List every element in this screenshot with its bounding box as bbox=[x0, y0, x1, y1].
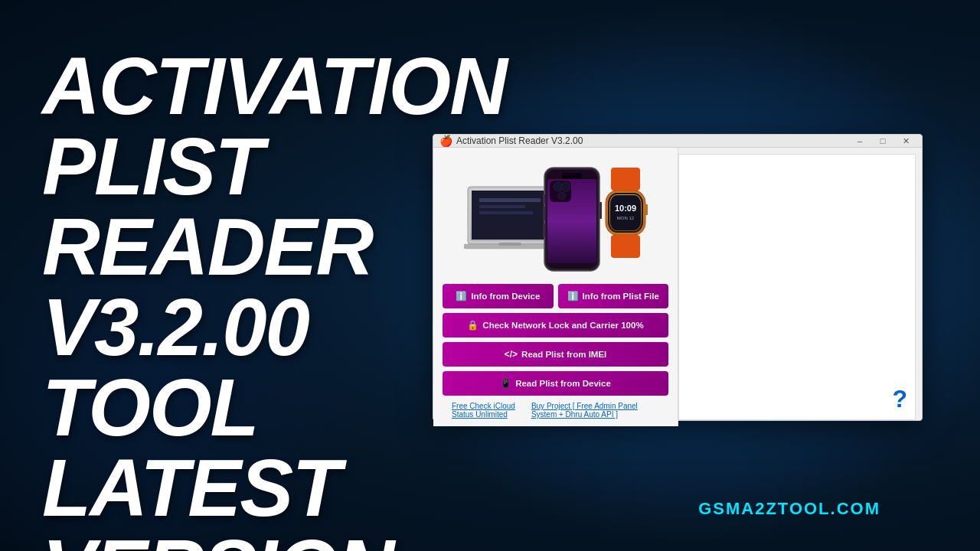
svg-rect-24 bbox=[610, 195, 641, 230]
window-body: 10:09 MON 12 ℹ️ Info from Device bbox=[433, 148, 922, 426]
title-text: ACTIVATION PLIST READER V3.2.00 TOOL LAT… bbox=[42, 46, 440, 551]
svg-rect-6 bbox=[479, 198, 541, 202]
svg-rect-29 bbox=[611, 168, 640, 191]
svg-rect-7 bbox=[479, 205, 525, 208]
code-icon: </> bbox=[505, 349, 518, 360]
lock-icon: 🔒 bbox=[467, 320, 479, 331]
bottom-links: Free Check iCloud Status Unlimited Buy P… bbox=[443, 397, 668, 419]
read-plist-device-button[interactable]: 📱 Read Plist from Device bbox=[443, 371, 668, 396]
svg-rect-19 bbox=[543, 223, 545, 237]
icloud-status-link[interactable]: Free Check iCloud Status Unlimited bbox=[452, 402, 531, 419]
svg-text:MON 12: MON 12 bbox=[616, 216, 634, 220]
website-label: GSMA2ZTOOL.COM bbox=[698, 499, 880, 519]
buy-project-link[interactable]: Buy Project [ Free Admin Panel System + … bbox=[531, 402, 659, 419]
app-window: 🍎 Activation Plist Reader V3.2.00 – □ ✕ bbox=[433, 134, 923, 421]
window-controls: – □ ✕ bbox=[850, 135, 916, 147]
info-icon-2: ℹ️ bbox=[567, 291, 579, 302]
close-button[interactable]: ✕ bbox=[896, 133, 916, 148]
svg-rect-8 bbox=[479, 211, 533, 214]
check-network-lock-button[interactable]: 🔒 Check Network Lock and Carrier 100% bbox=[443, 313, 668, 337]
info-from-device-button[interactable]: ℹ️ Info from Device bbox=[443, 284, 554, 308]
maximize-button[interactable]: □ bbox=[873, 133, 893, 148]
titlebar: 🍎 Activation Plist Reader V3.2.00 – □ ✕ bbox=[433, 135, 922, 148]
svg-rect-11 bbox=[562, 173, 582, 179]
svg-text:10:09: 10:09 bbox=[614, 204, 635, 213]
title-block: ACTIVATION PLIST READER V3.2.00 TOOL LAT… bbox=[42, 46, 440, 551]
buttons-area: ℹ️ Info from Device ℹ️ Info from Plist F… bbox=[443, 284, 668, 396]
info-from-plist-button[interactable]: ℹ️ Info from Plist File bbox=[558, 284, 669, 308]
svg-point-15 bbox=[561, 182, 570, 191]
info-icon: ℹ️ bbox=[456, 291, 467, 302]
devices-illustration: 10:09 MON 12 bbox=[464, 156, 648, 275]
window-title: Activation Plist Reader V3.2.00 bbox=[456, 135, 583, 146]
left-panel: 10:09 MON 12 ℹ️ Info from Device bbox=[433, 148, 678, 426]
svg-rect-28 bbox=[611, 235, 640, 258]
apple-icon: 🍎 bbox=[439, 135, 452, 147]
svg-rect-5 bbox=[472, 191, 548, 240]
top-btn-row: ℹ️ Info from Device ℹ️ Info from Plist F… bbox=[443, 284, 668, 308]
svg-rect-18 bbox=[543, 207, 545, 220]
svg-rect-20 bbox=[599, 202, 602, 219]
svg-rect-17 bbox=[543, 194, 545, 204]
read-plist-imei-button[interactable]: </> Read Plist from IMEI bbox=[443, 342, 668, 367]
minimize-button[interactable]: – bbox=[850, 133, 870, 148]
svg-rect-4 bbox=[498, 243, 521, 246]
device-image-area: 10:09 MON 12 bbox=[443, 154, 668, 276]
help-icon[interactable]: ? bbox=[884, 379, 915, 419]
svg-rect-27 bbox=[645, 204, 648, 215]
output-panel: ? bbox=[678, 154, 916, 420]
svg-point-16 bbox=[558, 192, 566, 200]
device-icon: 📱 bbox=[500, 378, 511, 389]
